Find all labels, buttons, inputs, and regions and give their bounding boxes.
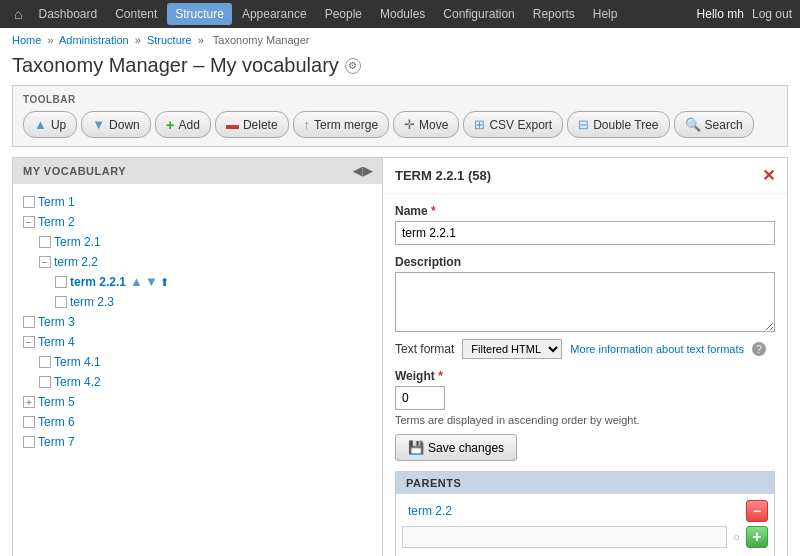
save-button[interactable]: 💾 Save changes (395, 434, 517, 461)
weight-description: Terms are displayed in ascending order b… (395, 414, 775, 426)
right-panel-body: Name * Description Text format Filtered … (383, 194, 787, 556)
user-greeting: Hello mh (697, 7, 744, 21)
btn-search-label: Search (705, 118, 743, 132)
name-label: Name * (395, 204, 775, 218)
home-icon[interactable]: ⌂ (8, 2, 28, 26)
tree-link-term7[interactable]: Term 7 (38, 432, 75, 452)
breadcrumb-admin[interactable]: Administration (59, 34, 129, 46)
add-parent-button[interactable]: + (746, 526, 768, 548)
description-input[interactable] (395, 272, 775, 332)
btn-term-merge[interactable]: ↑ Term merge (293, 111, 390, 138)
parent-link[interactable]: term 2.2 (402, 501, 740, 521)
btn-delete[interactable]: ▬ Delete (215, 111, 289, 138)
description-label: Description (395, 255, 775, 269)
nav-structure[interactable]: Structure (167, 3, 232, 25)
action-move-icon[interactable]: ⬆ (160, 272, 169, 292)
tree-link-term4[interactable]: Term 4 (38, 332, 75, 352)
add-icon: + (166, 116, 175, 133)
tree-expand-term2-2[interactable]: − (39, 256, 51, 268)
text-format-select[interactable]: Filtered HTML Full HTML Plain text (462, 339, 562, 359)
close-button[interactable]: ✕ (762, 166, 775, 185)
tree-item-term5: + Term 5 (23, 392, 372, 412)
nav-appearance[interactable]: Appearance (234, 3, 315, 25)
tree-expand-term4[interactable]: − (23, 336, 35, 348)
btn-move-label: Move (419, 118, 448, 132)
tree-item-term7: Term 7 (23, 432, 372, 452)
page-title-text: Taxonomy Manager – My vocabulary (12, 54, 339, 77)
breadcrumb: Home » Administration » Structure » Taxo… (0, 28, 800, 52)
tree-link-term2-3[interactable]: term 2.3 (70, 292, 114, 312)
tree-item-term6: Term 6 (23, 412, 372, 432)
logout-link[interactable]: Log out (752, 7, 792, 21)
btn-down-label: Down (109, 118, 140, 132)
page-title: Taxonomy Manager – My vocabulary ⚙ (0, 52, 800, 85)
tree-item-term2-2: − term 2.2 (39, 252, 372, 272)
tree-link-term6[interactable]: Term 6 (38, 412, 75, 432)
breadcrumb-structure[interactable]: Structure (147, 34, 192, 46)
nav-content[interactable]: Content (107, 3, 165, 25)
add-parent-input[interactable] (402, 526, 727, 548)
btn-add-label: Add (179, 118, 200, 132)
tree-item-term1: Term 1 (23, 192, 372, 212)
btn-delete-label: Delete (243, 118, 278, 132)
save-icon: 💾 (408, 440, 424, 455)
merge-icon: ↑ (304, 117, 311, 132)
weight-input[interactable] (395, 386, 445, 410)
parent-row: term 2.2 − (402, 500, 768, 522)
nav-modules[interactable]: Modules (372, 3, 433, 25)
main-content: TOOLBAR ▲ Up ▼ Down + Add ▬ Delete ↑ Ter… (0, 85, 800, 556)
tree-item-term2: − Term 2 (23, 212, 372, 232)
nav-configuration[interactable]: Configuration (435, 3, 522, 25)
parents-body: term 2.2 − ○ + (396, 494, 774, 556)
left-panel: MY VOCABULARY ◀▶ Term 1 − Term 2 Term 2.… (13, 158, 383, 556)
tree-box-term7 (23, 436, 35, 448)
two-column-layout: MY VOCABULARY ◀▶ Term 1 − Term 2 Term 2.… (12, 157, 788, 556)
nav-people[interactable]: People (317, 3, 370, 25)
nav-reports[interactable]: Reports (525, 3, 583, 25)
delete-icon: ▬ (226, 117, 239, 132)
tree-expand-term2[interactable]: − (23, 216, 35, 228)
collapse-icon[interactable]: ◀▶ (353, 164, 372, 178)
action-up-icon[interactable]: ▲ (130, 272, 143, 292)
tree-link-term5[interactable]: Term 5 (38, 392, 75, 412)
btn-add[interactable]: + Add (155, 111, 211, 138)
tree-box-term2-3 (55, 296, 67, 308)
remove-parent-button[interactable]: − (746, 500, 768, 522)
btn-double-tree[interactable]: ⊟ Double Tree (567, 111, 669, 138)
tree-link-term2-2-1[interactable]: term 2.2.1 (70, 272, 126, 292)
name-input[interactable] (395, 221, 775, 245)
tree-link-term1[interactable]: Term 1 (38, 192, 75, 212)
btn-move[interactable]: ✛ Move (393, 111, 459, 138)
tree-item-term3: Term 3 (23, 312, 372, 332)
search-icon: 🔍 (685, 117, 701, 132)
right-panel-title: TERM 2.2.1 (58) (395, 168, 491, 183)
tree-box-term1 (23, 196, 35, 208)
nav-help[interactable]: Help (585, 3, 626, 25)
right-panel: TERM 2.2.1 (58) ✕ Name * Description Tex… (383, 158, 787, 556)
tree-link-term4-1[interactable]: Term 4.1 (54, 352, 101, 372)
tree-expand-term5[interactable]: + (23, 396, 35, 408)
tree-item-term4-1: Term 4.1 (39, 352, 372, 372)
tree-item-term2-2-1: term 2.2.1 ▲ ▼ ⬆ (55, 272, 372, 292)
toolbar-buttons: ▲ Up ▼ Down + Add ▬ Delete ↑ Term merge … (23, 111, 777, 138)
help-icon[interactable]: ? (752, 342, 766, 356)
tree-area: Term 1 − Term 2 Term 2.1 − term 2.2 (13, 184, 382, 460)
btn-up[interactable]: ▲ Up (23, 111, 77, 138)
action-down-icon[interactable]: ▼ (145, 272, 158, 292)
btn-down[interactable]: ▼ Down (81, 111, 151, 138)
tree-link-term4-2[interactable]: Term 4.2 (54, 372, 101, 392)
nav-dashboard[interactable]: Dashboard (30, 3, 105, 25)
settings-icon[interactable]: ⚙ (345, 58, 361, 74)
tree-link-term3[interactable]: Term 3 (38, 312, 75, 332)
btn-search[interactable]: 🔍 Search (674, 111, 754, 138)
nav-left: ⌂ Dashboard Content Structure Appearance… (8, 2, 697, 26)
breadcrumb-home[interactable]: Home (12, 34, 41, 46)
more-info-link[interactable]: More information about text formats (570, 343, 744, 355)
tree-icon: ⊟ (578, 117, 589, 132)
tree-box-term3 (23, 316, 35, 328)
btn-csv-export[interactable]: ⊞ CSV Export (463, 111, 563, 138)
tree-link-term2[interactable]: Term 2 (38, 212, 75, 232)
tree-link-term2-2[interactable]: term 2.2 (54, 252, 98, 272)
tree-link-term2-1[interactable]: Term 2.1 (54, 232, 101, 252)
left-panel-header: MY VOCABULARY ◀▶ (13, 158, 382, 184)
